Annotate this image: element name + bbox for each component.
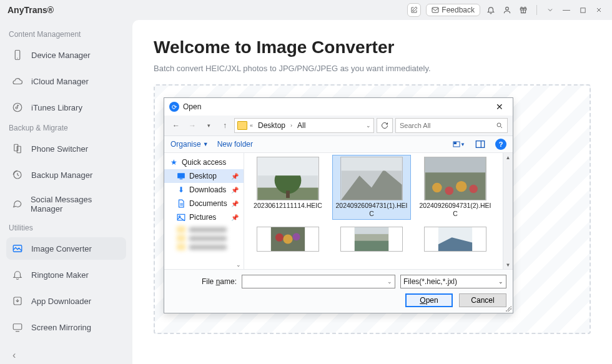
sidebar-item-label: iCloud Manager	[31, 77, 89, 86]
sidebar-item-label: Phone Switcher	[31, 144, 88, 154]
nav-up-button[interactable]: ↑	[218, 119, 232, 132]
folder-nav: ★ Quick access Desktop 📌 ⬇ Downloads 📌 D…	[164, 153, 244, 269]
scroll-down-icon[interactable]: ▼	[503, 260, 513, 269]
notify-icon[interactable]	[485, 3, 496, 17]
download-icon	[11, 295, 24, 307]
path-segment[interactable]: Desktop	[255, 121, 288, 130]
open-button[interactable]: Open	[405, 293, 453, 307]
pin-icon: 📌	[231, 173, 239, 180]
file-name: 20240926094731(2).HEIC	[418, 202, 493, 218]
svg-point-29	[432, 183, 442, 193]
filename-label: File name:	[170, 277, 237, 286]
organise-menu[interactable]: Organise ▼	[170, 140, 209, 149]
nav-desktop[interactable]: Desktop 📌	[164, 169, 244, 183]
sidebar-item-backup-manager[interactable]: Backup Manager	[6, 164, 126, 186]
arrow-down-icon: ⬇	[177, 185, 185, 194]
svg-rect-22	[286, 190, 290, 198]
path-segment[interactable]: All	[295, 121, 308, 130]
search-icon	[496, 122, 503, 129]
thumbnail	[257, 227, 319, 252]
file-item[interactable]	[417, 225, 494, 253]
svg-rect-2	[580, 7, 585, 12]
svg-rect-23	[257, 157, 318, 175]
svg-point-32	[469, 185, 478, 194]
user-icon[interactable]	[501, 3, 513, 17]
view-mode-button[interactable]: ▼	[453, 139, 465, 150]
sidebar-item-icloud-manager[interactable]: iCloud Manager	[6, 70, 126, 92]
refresh-button[interactable]	[377, 118, 393, 133]
file-item[interactable]: 20240926094731(1).HEIC	[333, 155, 410, 219]
scrollbar[interactable]: ▲ ▼	[503, 153, 513, 269]
desktop-icon	[177, 172, 185, 180]
svg-rect-17	[177, 214, 185, 220]
file-item[interactable]	[333, 225, 410, 253]
search-input[interactable]	[395, 118, 508, 133]
nav-downloads[interactable]: ⬇ Downloads 📌	[164, 183, 244, 197]
gift-icon[interactable]	[518, 3, 529, 17]
path-field[interactable]: « Desktop › All ⌄	[234, 118, 374, 133]
collapse-button[interactable]: ‹	[6, 346, 22, 364]
sidebar-item-app-downloader[interactable]: App Downloader	[6, 290, 126, 312]
svg-point-35	[283, 235, 292, 244]
cancel-button[interactable]: Cancel	[459, 293, 506, 307]
sidebar-item-label: Image Converter	[31, 244, 92, 253]
resize-handle[interactable]	[505, 305, 511, 312]
dialog-footer: File name: ⌄ Files(*.heic,*.jxl) ⌄ Open …	[164, 269, 513, 312]
sidebar-item-itunes-library[interactable]: iTunes Library	[6, 96, 126, 119]
svg-rect-16	[180, 179, 183, 179]
sidebar-item-ringtone-maker[interactable]: Ringtone Maker	[6, 263, 126, 286]
section-label: Backup & Migrate	[9, 124, 126, 132]
sidebar-item-device-manager[interactable]: Device Manager	[6, 44, 126, 66]
nav-recent-button[interactable]: ▾	[202, 119, 215, 132]
page-title: Welcome to Image Converter	[154, 37, 591, 57]
svg-point-36	[293, 233, 300, 240]
nav-item-blurred	[164, 226, 244, 233]
sidebar-item-image-converter[interactable]: Image Converter	[6, 237, 126, 260]
chevron-down-icon[interactable]	[545, 3, 556, 17]
app-name: AnyTrans®	[7, 5, 54, 15]
sidebar-item-screen-mirroring[interactable]: Screen Mirroring	[6, 316, 126, 338]
nav-documents[interactable]: Documents 📌	[164, 197, 244, 210]
close-icon[interactable]: ✕	[491, 100, 508, 114]
maximize-button[interactable]	[577, 3, 588, 17]
sidebar-item-label: Backup Manager	[31, 170, 92, 180]
search-field[interactable]	[400, 122, 492, 129]
open-file-dialog: ⟳ Open ✕ ← → ▾ ↑ « Desktop › All ⌄ Organ…	[164, 97, 513, 313]
edit-icon[interactable]	[407, 3, 421, 17]
preview-pane-button[interactable]	[474, 139, 486, 150]
phone-icon	[11, 49, 24, 61]
dialog-title: Open	[183, 102, 201, 111]
pin-icon: 📌	[231, 187, 239, 194]
nav-quick-access[interactable]: ★ Quick access	[164, 155, 244, 169]
svg-rect-38	[355, 241, 388, 251]
nav-item-blurred	[164, 235, 244, 242]
expand-icon[interactable]: ⌄	[236, 262, 241, 268]
svg-point-11	[497, 123, 501, 127]
sidebar-item-social-messages[interactable]: Social Messages Manager	[6, 190, 126, 219]
chevron-down-icon[interactable]: ⌄	[387, 278, 392, 285]
file-list[interactable]: 20230612111114.HEIC 20240926094731(1).HE…	[244, 153, 513, 269]
help-icon[interactable]: ?	[495, 139, 506, 150]
scroll-up-icon[interactable]: ▲	[503, 153, 513, 162]
nav-forward-button: →	[185, 119, 199, 132]
chevron-down-icon[interactable]: ⌄	[366, 122, 371, 129]
file-item[interactable]	[249, 225, 327, 253]
nav-back-button[interactable]: ←	[169, 119, 183, 132]
feedback-button[interactable]: Feedback	[426, 4, 480, 16]
file-item[interactable]: 20230612111114.HEIC	[249, 155, 327, 219]
new-folder-button[interactable]: New folder	[217, 140, 253, 149]
close-button[interactable]	[593, 3, 605, 17]
sidebar: Content Management Device Manager iCloud…	[0, 20, 132, 364]
sidebar-item-phone-switcher[interactable]: Phone Switcher	[6, 137, 126, 160]
dialog-titlebar[interactable]: ⟳ Open ✕	[164, 98, 513, 116]
minimize-button[interactable]: —	[561, 3, 572, 17]
titlebar: AnyTrans® Feedback —	[0, 0, 612, 20]
nav-pictures[interactable]: Pictures 📌	[164, 210, 244, 224]
thumbnail	[424, 227, 486, 252]
file-item[interactable]: 20240926094731(2).HEIC	[417, 155, 494, 219]
dialog-toolbar: Organise ▼ New folder ▼ ?	[164, 136, 513, 153]
section-label: Content Management	[9, 30, 126, 39]
filename-input[interactable]: ⌄	[242, 275, 395, 288]
filetype-select[interactable]: Files(*.heic,*.jxl) ⌄	[400, 275, 506, 288]
thumbnail	[424, 157, 486, 200]
